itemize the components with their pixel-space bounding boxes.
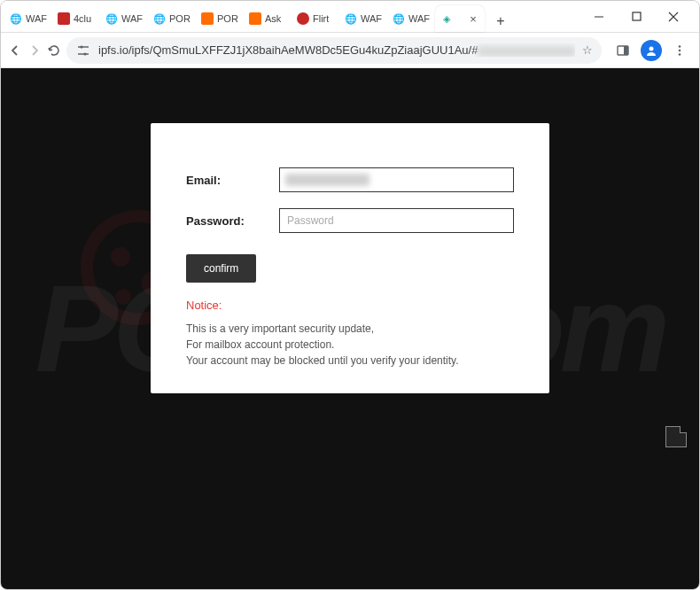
password-row: Password: — [186, 208, 514, 233]
favicon-icon — [297, 12, 309, 25]
browser-window: 🌐WAF 4clu 🌐WAF 🌐POR POR Ask Flirt 🌐WAF 🌐… — [0, 0, 700, 590]
page-content: PCrisk.com Email: Password: confirm Noti… — [1, 68, 699, 589]
tab-label: 4clu — [74, 13, 91, 24]
menu-button[interactable] — [667, 38, 692, 63]
tab[interactable]: 🌐WAF — [100, 5, 148, 32]
login-card: Email: Password: confirm Notice: This is… — [151, 123, 549, 393]
tab-label: Ask — [265, 13, 281, 24]
tab[interactable]: 4clu — [52, 5, 100, 32]
tab-label: WAF — [121, 13, 143, 24]
back-button[interactable] — [8, 38, 22, 63]
globe-icon: 🌐 — [10, 12, 22, 25]
confirm-button[interactable]: confirm — [186, 254, 256, 283]
globe-icon: 🌐 — [153, 12, 166, 25]
forward-button[interactable] — [27, 38, 42, 63]
site-settings-icon[interactable] — [75, 43, 91, 58]
svg-point-13 — [679, 53, 681, 56]
tab-active[interactable]: ◈ × — [435, 5, 485, 32]
url-text: ipfs.io/ipfs/QmSmuLXFFZJ1jX8baihAeMW8Dc5… — [98, 43, 575, 57]
globe-icon: 🌐 — [105, 12, 118, 25]
titlebar: 🌐WAF 4clu 🌐WAF 🌐POR POR Ask Flirt 🌐WAF 🌐… — [1, 1, 699, 33]
notice-line: For mailbox account protection. — [186, 337, 514, 353]
email-label: Email: — [186, 174, 279, 187]
tab[interactable]: 🌐POR — [148, 5, 196, 32]
bookmark-icon[interactable]: ☆ — [582, 43, 593, 57]
favicon-icon — [58, 12, 70, 25]
tab-label: WAF — [408, 13, 430, 24]
globe-icon: 🌐 — [345, 12, 357, 25]
tab-strip: 🌐WAF 4clu 🌐WAF 🌐POR POR Ask Flirt 🌐WAF 🌐… — [1, 1, 573, 32]
tab[interactable]: 🌐WAF — [339, 5, 387, 32]
email-row: Email: — [186, 167, 514, 192]
tab[interactable]: 🌐WAF — [4, 5, 52, 32]
close-button[interactable] — [660, 4, 687, 30]
svg-point-5 — [80, 45, 82, 48]
svg-point-12 — [679, 49, 681, 51]
close-icon[interactable]: × — [467, 12, 479, 25]
password-label: Password: — [186, 214, 279, 228]
window-controls — [573, 4, 699, 30]
profile-button[interactable] — [639, 38, 664, 63]
notice-line: This is a very important security update… — [186, 321, 514, 337]
tab-label: POR — [217, 13, 238, 24]
tab-label: WAF — [26, 13, 47, 24]
minimize-button[interactable] — [586, 4, 612, 30]
svg-rect-9 — [624, 46, 628, 55]
notice-line: Your account may be blocked until you ve… — [186, 353, 514, 369]
side-panel-icon[interactable] — [611, 38, 635, 63]
svg-point-7 — [83, 52, 86, 55]
maximize-button[interactable] — [623, 4, 649, 30]
toolbar-right — [607, 38, 692, 63]
svg-rect-1 — [633, 12, 641, 20]
favicon-icon — [201, 12, 214, 25]
tab-label: WAF — [361, 13, 382, 24]
email-field[interactable] — [279, 167, 514, 192]
url-value: ipfs.io/ipfs/QmSmuLXFFZJ1jX8baihAeMW8Dc5… — [98, 43, 478, 57]
new-tab-button[interactable]: + — [490, 11, 511, 32]
globe-icon: 🌐 — [393, 12, 405, 25]
url-redacted — [478, 46, 575, 57]
svg-point-11 — [679, 45, 681, 48]
tab[interactable]: Ask — [244, 5, 292, 32]
password-field[interactable] — [279, 208, 514, 233]
toolbar: ipfs.io/ipfs/QmSmuLXFFZJ1jX8baihAeMW8Dc5… — [1, 33, 699, 68]
save-floppy-icon — [665, 426, 687, 447]
notice-text: This is a very important security update… — [186, 321, 514, 369]
tab[interactable]: POR — [196, 5, 244, 32]
tab-label: Flirt — [313, 13, 329, 24]
tab-label: POR — [169, 13, 191, 24]
favicon-icon — [249, 12, 261, 25]
reload-button[interactable] — [47, 38, 61, 63]
tab[interactable]: Flirt — [292, 5, 339, 32]
cube-icon: ◈ — [440, 12, 453, 25]
svg-point-10 — [649, 46, 654, 50]
tab[interactable]: 🌐WAF — [387, 5, 435, 32]
address-bar[interactable]: ipfs.io/ipfs/QmSmuLXFFZJ1jX8baihAeMW8Dc5… — [66, 37, 602, 64]
notice-heading: Notice: — [186, 299, 514, 312]
